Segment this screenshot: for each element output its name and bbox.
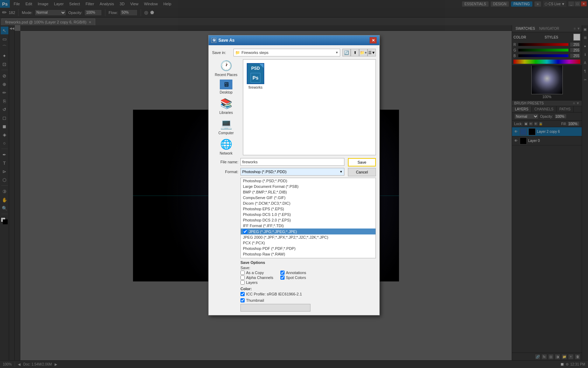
checkbox-alpha: Alpha Channels xyxy=(240,275,273,280)
checkbox-layers: Layers xyxy=(240,280,273,285)
dialog-close-btn[interactable]: ✕ xyxy=(370,37,377,43)
cancel-button[interactable]: Cancel xyxy=(348,168,376,176)
recent-places-label: Recent Places xyxy=(215,73,237,77)
color-options-section: Color: ICC Profile: sRGB IEC61966-2.1 xyxy=(240,287,376,296)
format-label: Format: xyxy=(212,170,238,174)
format-option-6[interactable]: Photoshop DCS 1.0 (*.EPS) xyxy=(241,212,376,217)
save-in-combo[interactable]: 📁 Fireworks steps ▼ xyxy=(233,49,340,56)
save-options-title: Save Options xyxy=(240,260,376,265)
format-option-11[interactable]: PCX (*.PCX) xyxy=(241,240,376,246)
thumbnail-row: Thumbnail xyxy=(240,298,376,302)
checkbox-annotations: Annotations xyxy=(280,271,306,275)
format-option-14[interactable]: Pixar (*.PXR) xyxy=(241,257,376,258)
dialog-title: Save As xyxy=(218,38,234,43)
network-label: Network xyxy=(220,151,233,155)
desktop-label: Desktop xyxy=(220,90,233,94)
nav-libraries[interactable]: 📚 Libraries xyxy=(212,97,240,115)
checkbox-as-copy: As a Copy xyxy=(240,271,273,275)
nav-desktop[interactable]: 🖥 Desktop xyxy=(212,80,240,94)
filename-label: File name: xyxy=(212,160,238,164)
file-content: PSD Ps fireworks xyxy=(243,59,376,155)
file-nav: 🕐 Recent Places 🖥 Desktop 📚 Libraries 💻 … xyxy=(212,59,240,155)
dialog-overlay: 🖫 Save As ✕ Save in: 📁 Fireworks steps ▼… xyxy=(0,0,588,368)
format-option-3[interactable]: CompuServe GIF (*.GIF) xyxy=(241,195,376,200)
psd-file-fireworks[interactable]: PSD Ps fireworks xyxy=(247,63,264,89)
alpha-label: Alpha Channels xyxy=(246,275,273,280)
save-dialog: 🖫 Save As ✕ Save in: 📁 Fireworks steps ▼… xyxy=(208,35,380,315)
thumbnail-label: Thumbnail xyxy=(246,298,264,302)
view-toggle-btn[interactable]: ☰▼ xyxy=(368,49,376,56)
save-checkboxes-left: Save: As a Copy Alpha Channels Laye xyxy=(240,266,273,285)
recent-places-icon: 🕐 xyxy=(220,59,232,72)
layers-chk-label: Layers xyxy=(246,280,258,285)
spot-colors-checkbox[interactable] xyxy=(280,275,285,280)
format-arrow: ▼ xyxy=(340,170,343,173)
format-row: Format: Photoshop (*.PSD;*.PDD) ▼ xyxy=(212,168,344,176)
nav-computer[interactable]: 💻 Computer xyxy=(212,117,240,135)
save-label-row: Save: xyxy=(240,266,273,270)
dialog-body: Save in: 📁 Fireworks steps ▼ 🔄 ⬆ 📁+ ☰▼ xyxy=(209,45,379,315)
save-in-value: Fireworks steps xyxy=(241,50,268,55)
psd-icon: PSD Ps xyxy=(247,63,264,84)
dialog-title-icon: 🖫 xyxy=(211,38,216,43)
thumbnail-checkbox[interactable] xyxy=(240,298,245,302)
libraries-icon: 📚 xyxy=(220,97,232,110)
annotations-label: Annotations xyxy=(286,271,306,275)
computer-icon: 💻 xyxy=(220,117,232,130)
color-options-title: Color: xyxy=(240,287,376,291)
alpha-checkbox[interactable] xyxy=(240,275,245,280)
format-check-9[interactable] xyxy=(243,229,247,234)
format-option-0[interactable]: Photoshop (*.PSD;*.PDD) xyxy=(241,178,376,184)
format-option-5[interactable]: Photoshop EPS (*.EPS) xyxy=(241,206,376,212)
save-toolbar: 🔄 ⬆ 📁+ ☰▼ xyxy=(342,49,376,56)
dialog-buttons: Save Cancel xyxy=(348,158,376,176)
format-option-12[interactable]: Photoshop PDF (*.PDF;*.PDP) xyxy=(241,246,376,251)
format-option-8[interactable]: IFF Format (*.IFF;*.TDI) xyxy=(241,223,376,229)
network-icon: 🌐 xyxy=(220,138,232,150)
format-option-7[interactable]: Photoshop DCS 2.0 (*.EPS) xyxy=(241,217,376,223)
dialog-title-bar: 🖫 Save As ✕ xyxy=(209,35,379,45)
dialog-form-area: File name: Format: Photoshop (*.PSD;*.PD… xyxy=(212,158,376,176)
icc-profile-checkbox[interactable] xyxy=(240,292,245,296)
nav-recent-places[interactable]: 🕐 Recent Places xyxy=(212,59,240,77)
psd-label: PSD xyxy=(251,66,260,71)
format-option-13[interactable]: Photoshop Raw (*.RAW) xyxy=(241,251,376,257)
format-option-1[interactable]: Large Document Format (*.PSB) xyxy=(241,184,376,189)
save-options-rows: Save: As a Copy Alpha Channels Laye xyxy=(240,266,376,285)
format-dropdown-list: Photoshop (*.PSD;*.PDD) Large Document F… xyxy=(240,178,376,258)
as-copy-label: As a Copy xyxy=(246,271,264,275)
layers-checkbox[interactable] xyxy=(240,280,245,285)
folder-icon: 📁 xyxy=(235,50,240,55)
annotations-checkbox[interactable] xyxy=(280,271,285,275)
filename-row: File name: xyxy=(212,158,344,166)
save-button[interactable]: Save xyxy=(348,158,376,166)
format-value: Photoshop (*.PSD;*.PDD) xyxy=(242,170,287,174)
up-folder-btn[interactable]: ⬆ xyxy=(351,49,359,56)
new-folder-btn[interactable]: 📁+ xyxy=(359,49,368,56)
filename-input[interactable] xyxy=(240,158,344,166)
format-option-4[interactable]: Dicom (*.DCM;*.DC3;*.DIC) xyxy=(241,200,376,206)
save-checkboxes-right: Annotations Spot Colors xyxy=(280,271,306,280)
icc-profile-row: ICC Profile: sRGB IEC61966-2.1 xyxy=(240,292,376,296)
format-option-9[interactable]: JPEG (*.JPG;*.JPEG;*.JPE) xyxy=(241,229,376,234)
spot-colors-label: Spot Colors xyxy=(286,275,306,280)
save-options-section: Save Options Save: As a Copy Alpha Chann… xyxy=(240,260,376,285)
go-back-btn[interactable]: 🔄 xyxy=(342,49,351,56)
format-option-2[interactable]: BMP (*.BMP;*.RLE;*.DIB) xyxy=(241,189,376,195)
nav-network[interactable]: 🌐 Network xyxy=(212,138,240,155)
icc-profile-label: ICC Profile: sRGB IEC61966-2.1 xyxy=(246,292,302,296)
as-copy-checkbox[interactable] xyxy=(240,271,245,275)
file-browser: 🕐 Recent Places 🖥 Desktop 📚 Libraries 💻 … xyxy=(212,59,376,155)
psd-filename: fireworks xyxy=(248,86,262,89)
desktop-icon: 🖥 xyxy=(220,80,232,89)
save-in-arrow: ▼ xyxy=(335,51,338,54)
psd-corner xyxy=(259,64,264,68)
computer-label: Computer xyxy=(218,131,234,135)
format-dropdown[interactable]: Photoshop (*.PSD;*.PDD) ▼ xyxy=(240,168,344,176)
psd-ps-sub-icon: Ps xyxy=(251,73,260,83)
libraries-label: Libraries xyxy=(219,111,233,115)
proof-input-area[interactable] xyxy=(240,304,310,312)
thumbnail-section: Thumbnail xyxy=(240,298,376,312)
save-in-row: Save in: 📁 Fireworks steps ▼ 🔄 ⬆ 📁+ ☰▼ xyxy=(212,49,376,56)
format-option-10[interactable]: JPEG 2000 (*.JPF;*.JPX;*.JP2;*.J2C;*.J2K… xyxy=(241,234,376,240)
